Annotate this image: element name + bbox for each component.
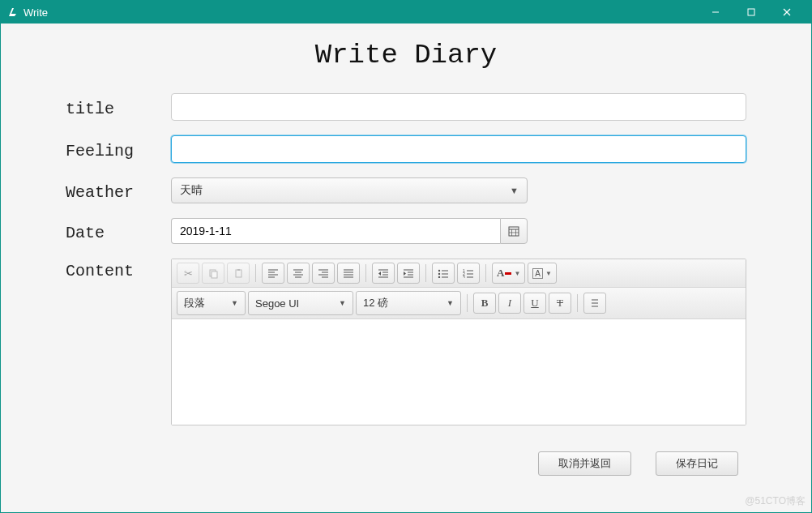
content-area: Write Diary title Feeling Weather 天晴 ▼	[1, 24, 811, 512]
svg-point-37	[438, 270, 440, 271]
watermark: @51CTO博客	[745, 494, 806, 508]
minimize-button[interactable]	[698, 1, 733, 24]
svg-point-41	[438, 276, 440, 278]
outdent-icon	[378, 268, 389, 278]
row-title: title	[33, 93, 779, 121]
titlebar: Write	[1, 1, 811, 24]
chevron-down-icon: ▼	[514, 270, 520, 277]
numbered-list-icon: 123	[463, 268, 474, 278]
label-feeling: Feeling	[66, 139, 171, 160]
maximize-button[interactable]	[733, 1, 769, 24]
cut-button[interactable]: ✂	[177, 263, 199, 284]
highlight-button[interactable]: A▼	[528, 263, 557, 284]
chevron-down-icon: ▼	[545, 270, 552, 277]
svg-rect-1	[748, 9, 754, 15]
label-content: Content	[66, 259, 171, 280]
chevron-down-icon: ▼	[339, 299, 346, 307]
copy-button[interactable]	[202, 263, 224, 284]
label-date: Date	[66, 220, 171, 242]
svg-rect-10	[212, 271, 217, 278]
align-right-icon	[318, 268, 329, 278]
date-input[interactable]	[171, 218, 500, 244]
window-title: Write	[24, 6, 48, 19]
bold-icon: B	[481, 297, 489, 310]
cut-icon: ✂	[184, 267, 193, 280]
indent-button[interactable]	[397, 263, 420, 284]
editor-toolbar-2: 段落 ▼ Segoe UI ▼ 12 磅 ▼ B I	[172, 288, 746, 319]
strikethrough-button[interactable]: T	[549, 293, 571, 314]
close-button[interactable]	[769, 1, 805, 24]
paragraph-value: 段落	[184, 296, 224, 310]
content-editor[interactable]	[172, 319, 746, 425]
svg-rect-11	[236, 270, 241, 277]
font-value: Segoe UI	[255, 297, 332, 310]
line-spacing-icon	[589, 297, 600, 309]
svg-point-39	[438, 273, 440, 275]
underline-button[interactable]: U	[524, 293, 546, 314]
svg-rect-12	[237, 269, 240, 271]
paragraph-dropdown[interactable]: 段落 ▼	[177, 291, 246, 315]
highlight-icon: A	[532, 268, 543, 279]
rich-text-editor: ✂	[171, 259, 746, 425]
chevron-down-icon: ▼	[510, 186, 519, 195]
align-center-button[interactable]	[287, 263, 310, 284]
bullet-list-button[interactable]	[432, 263, 455, 284]
svg-rect-4	[509, 227, 519, 236]
align-left-icon	[267, 268, 279, 278]
underline-icon: U	[531, 297, 538, 310]
italic-icon: I	[508, 297, 511, 310]
indent-icon	[403, 268, 414, 278]
copy-icon	[208, 268, 219, 279]
row-weather: Weather 天晴 ▼	[33, 177, 779, 203]
label-weather: Weather	[66, 180, 171, 202]
align-left-button[interactable]	[262, 263, 284, 284]
weather-select[interactable]: 天晴 ▼	[171, 177, 528, 203]
editor-toolbar-1: ✂	[172, 259, 746, 288]
paste-icon	[233, 268, 244, 279]
cancel-button[interactable]: 取消并返回	[538, 451, 631, 476]
title-input[interactable]	[171, 93, 746, 121]
label-title: title	[66, 96, 171, 118]
save-button[interactable]: 保存日记	[656, 451, 738, 476]
outdent-button[interactable]	[372, 263, 395, 284]
bullet-list-icon	[438, 268, 449, 278]
paste-button[interactable]	[227, 263, 250, 284]
strikethrough-icon: T	[557, 297, 563, 310]
numbered-list-button[interactable]: 123	[457, 263, 480, 284]
app-window: Write Write Diary title Feeling Weather	[0, 0, 812, 513]
align-justify-button[interactable]	[337, 263, 360, 284]
row-feeling: Feeling	[33, 135, 779, 163]
fontsize-value: 12 磅	[363, 296, 440, 310]
page-title: Write Diary	[33, 40, 779, 71]
font-dropdown[interactable]: Segoe UI ▼	[248, 291, 353, 315]
calendar-button[interactable]	[500, 218, 528, 244]
font-color-button[interactable]: A▼	[492, 263, 525, 284]
align-right-button[interactable]	[312, 263, 335, 284]
weather-selected-value: 天晴	[180, 183, 510, 198]
app-icon	[7, 6, 19, 18]
align-justify-icon	[343, 268, 354, 278]
bold-button[interactable]: B	[473, 293, 496, 314]
footer-buttons: 取消并返回 保存日记	[33, 440, 779, 476]
fontsize-dropdown[interactable]: 12 磅 ▼	[356, 291, 461, 315]
calendar-icon	[508, 225, 519, 237]
italic-button[interactable]: I	[498, 293, 521, 314]
align-center-icon	[293, 268, 304, 278]
svg-text:3: 3	[463, 275, 465, 278]
feeling-input[interactable]	[171, 135, 746, 163]
line-spacing-button[interactable]	[583, 293, 606, 314]
font-color-icon: A	[497, 267, 504, 280]
chevron-down-icon: ▼	[447, 299, 454, 307]
row-date: Date	[33, 218, 779, 244]
chevron-down-icon: ▼	[231, 299, 238, 307]
row-content: Content ✂	[33, 259, 779, 425]
